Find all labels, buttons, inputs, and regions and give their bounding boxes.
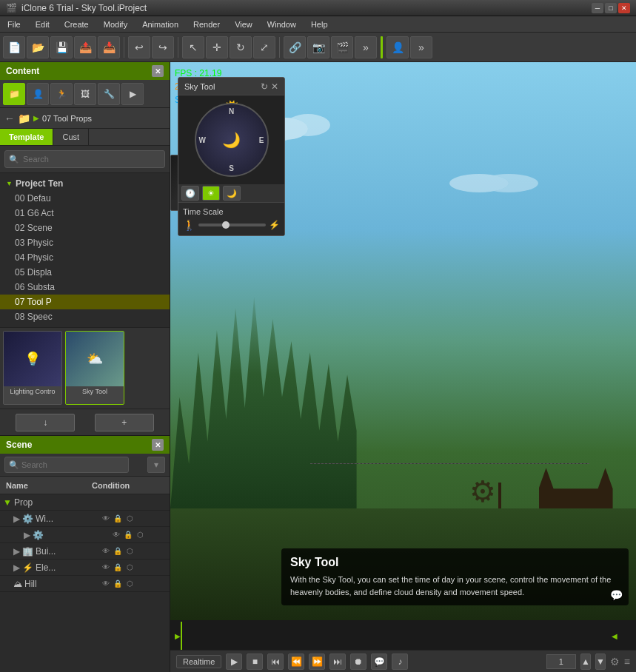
new-button[interactable]: 📄 — [3, 36, 25, 58]
download-button[interactable]: ↓ — [16, 414, 75, 431]
mesh-icon-ele[interactable]: ⬡ — [124, 562, 135, 573]
scale-button[interactable]: ⤢ — [253, 36, 275, 58]
tree-item-2[interactable]: 02 Scene — [0, 221, 170, 235]
tree-root[interactable]: ▼ Project Ten — [0, 176, 170, 191]
menu-window[interactable]: Window — [260, 16, 304, 32]
caption-button[interactable]: 💬 — [371, 653, 387, 670]
thumb-lighting[interactable]: 💡 Lighting Contro — [3, 331, 62, 405]
template-tab[interactable]: Template — [0, 129, 53, 145]
scene-row-ele[interactable]: ▶ ⚡ Ele... 👁 🔒 ⬡ — [0, 560, 170, 576]
tree-item-3[interactable]: 03 Physic — [0, 235, 170, 250]
mesh-icon-hill[interactable]: ⬡ — [124, 579, 135, 589]
timeline-start-marker[interactable]: ▶ — [175, 632, 181, 640]
eye-icon-sub[interactable]: 👁 — [111, 530, 121, 540]
person-tab[interactable]: 👤 — [27, 83, 49, 105]
close-button[interactable]: ✕ — [618, 3, 630, 13]
sky-tab-sun[interactable]: ☀ — [202, 186, 220, 201]
rotate-button[interactable]: ↻ — [230, 36, 252, 58]
more-button[interactable]: » — [355, 36, 377, 58]
scene-row-sub[interactable]: ▶ ⚙️ 👁 🔒 ⬡ — [0, 527, 170, 543]
menu-file[interactable]: File — [0, 16, 28, 32]
redo-button[interactable]: ↪ — [152, 36, 174, 58]
minimize-button[interactable]: ─ — [592, 3, 603, 13]
select-button[interactable]: ↖ — [182, 36, 204, 58]
open-button[interactable]: 📂 — [27, 36, 49, 58]
export-button[interactable]: 📤 — [74, 36, 96, 58]
lock-icon-bui[interactable]: 🔒 — [113, 546, 123, 557]
eye-icon-wi[interactable]: 👁 — [101, 514, 111, 524]
menu-modify[interactable]: Modify — [96, 16, 135, 32]
link-button[interactable]: 🔗 — [284, 36, 306, 58]
record-button[interactable]: ⏺ — [350, 653, 366, 670]
eye-icon-hill[interactable]: 👁 — [101, 579, 111, 589]
timeline-end-marker[interactable]: ◀ — [612, 632, 617, 640]
sky-tool-popup[interactable]: Sky Tool ↻ ✕ 🌞 N S E W 🌙 — [178, 77, 285, 236]
import-button[interactable]: 📥 — [98, 36, 120, 58]
content-search-input[interactable] — [4, 150, 165, 168]
end-button[interactable]: ⏭ — [329, 653, 346, 670]
tree-item-1[interactable]: 01 G6 Act — [0, 206, 170, 221]
next-frame-button[interactable]: ⏩ — [309, 653, 325, 670]
menu-animation[interactable]: Animation — [135, 16, 186, 32]
image-tab[interactable]: 🖼 — [74, 83, 96, 105]
sky-tool-refresh[interactable]: ↻ — [261, 81, 268, 92]
time-scale-slider[interactable] — [198, 224, 266, 226]
tree-item-7[interactable]: 07 Tool P — [0, 295, 170, 309]
scene-row-hill[interactable]: ⛰ Hill 👁 🔒 ⬡ — [0, 576, 170, 592]
sky-tab-clock[interactable]: 🕐 — [181, 186, 199, 201]
play-button[interactable]: ▶ — [226, 653, 242, 670]
frame-down-button[interactable]: ▼ — [595, 653, 606, 670]
sky-tab-moon[interactable]: 🌙 — [223, 186, 241, 201]
prop-tab[interactable]: 🔧 — [98, 83, 120, 105]
prev-frame-button[interactable]: ⏪ — [288, 653, 304, 670]
timeline-track[interactable]: ▶ ◀ — [170, 622, 636, 650]
custom-tab[interactable]: Cust — [53, 129, 89, 145]
camera-button[interactable]: 📷 — [307, 36, 329, 58]
frame-input[interactable] — [546, 654, 576, 669]
list-icon[interactable]: ≡ — [624, 656, 630, 668]
save-button[interactable]: 💾 — [50, 36, 73, 58]
stop-button[interactable]: ■ — [247, 653, 263, 670]
thumb-skytool[interactable]: ⛅ Sky Tool — [65, 331, 124, 405]
eye-icon-ele[interactable]: 👁 — [101, 562, 111, 573]
lock-icon-hill[interactable]: 🔒 — [113, 579, 123, 589]
actor-tab[interactable]: 🏃 — [50, 83, 73, 105]
tree-item-8[interactable]: 08 Speec — [0, 309, 170, 324]
tree-item-0[interactable]: 00 Defau — [0, 191, 170, 206]
scene-row-wi[interactable]: ▶ ⚙️ Wi... 👁 🔒 ⬡ — [0, 511, 170, 527]
scene-row-prop[interactable]: ▼ Prop — [0, 494, 170, 511]
content-panel-close[interactable]: ✕ — [152, 65, 164, 77]
motion-tab[interactable]: ▶ — [121, 83, 144, 105]
menu-render[interactable]: Render — [186, 16, 227, 32]
sky-tool-close[interactable]: ✕ — [271, 81, 278, 92]
mesh-icon-sub[interactable]: ⬡ — [135, 530, 145, 540]
menu-create[interactable]: Create — [57, 16, 96, 32]
rewind-button[interactable]: ⏮ — [267, 653, 284, 670]
menu-view[interactable]: View — [227, 16, 260, 32]
extra-button[interactable]: » — [410, 36, 432, 58]
eye-icon-bui[interactable]: 👁 — [101, 546, 111, 557]
frame-up-button[interactable]: ▲ — [580, 653, 591, 670]
nav-back-button[interactable]: ← — [4, 112, 15, 124]
add-button[interactable]: + — [95, 414, 154, 431]
realtime-button[interactable]: Realtime — [176, 655, 221, 668]
tree-item-4[interactable]: 04 Physic — [0, 250, 170, 265]
lock-icon-wi[interactable]: 🔒 — [113, 514, 123, 524]
undo-button[interactable]: ↩ — [128, 36, 150, 58]
tooltip-comment-icon[interactable]: 💬 — [610, 589, 623, 601]
avatar-button[interactable]: 👤 — [386, 36, 409, 58]
menu-help[interactable]: Help — [304, 16, 335, 32]
mesh-icon-bui[interactable]: ⬡ — [124, 546, 135, 557]
lock-icon-sub[interactable]: 🔒 — [123, 530, 133, 540]
maximize-button[interactable]: □ — [605, 3, 617, 13]
scene-panel-close[interactable]: ✕ — [152, 439, 164, 451]
tree-item-5[interactable]: 05 Displa — [0, 265, 170, 280]
music-button[interactable]: ♪ — [392, 653, 408, 670]
move-button[interactable]: ✛ — [206, 36, 228, 58]
tree-item-6[interactable]: 06 Substa — [0, 280, 170, 295]
scene-row-bui[interactable]: ▶ 🏢 Bui... 👁 🔒 ⬡ — [0, 543, 170, 560]
settings-icon[interactable]: ⚙ — [610, 656, 620, 668]
scene-dropdown-button[interactable]: ▾ — [147, 457, 165, 473]
scene-search-input[interactable] — [4, 457, 129, 473]
menu-edit[interactable]: Edit — [28, 16, 57, 32]
